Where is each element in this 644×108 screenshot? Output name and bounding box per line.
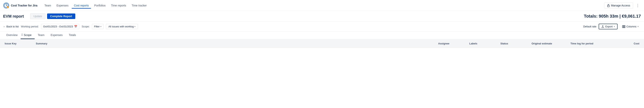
filter-row-right: Default rate Export ▾ Columns ▾ <box>583 24 641 29</box>
totals-display: Totals: 905h 33m | €9,061.17 <box>584 14 641 19</box>
columns-icon <box>622 25 625 28</box>
app-logo[interactable]: $ Cost Tracker for Jira <box>3 2 37 9</box>
columns-chevron-icon: ▾ <box>638 25 638 28</box>
date-range-picker[interactable]: Oct/01/2023 - Oct/31/2023 📅 <box>41 24 80 29</box>
top-navigation: $ Cost Tracker for Jira Team Expenses Co… <box>0 0 644 11</box>
date-range-value: Oct/01/2023 - Oct/31/2023 <box>43 25 73 28</box>
nav-link-time-tracker[interactable]: Time tracker <box>130 2 149 9</box>
th-time-log[interactable]: Time log for period <box>569 41 618 46</box>
back-to-list-link[interactable]: ← Back to list <box>3 25 19 28</box>
complete-report-button[interactable]: Complete Report <box>47 14 75 19</box>
nav-right: Manage Access ⋮ <box>604 2 641 9</box>
three-dots-icon: ⋮ <box>636 3 640 8</box>
update-button[interactable]: Update <box>30 13 46 19</box>
manage-access-button[interactable]: Manage Access <box>604 3 633 8</box>
chevron-down-icon: ▾ <box>100 25 101 28</box>
arrow-left-icon: ← <box>3 25 6 28</box>
export-chevron-icon: ▾ <box>614 25 615 28</box>
nav-link-expenses[interactable]: Expenses <box>54 2 71 9</box>
export-label: Export <box>605 25 613 28</box>
tabs-row: ↓ Overview Scope Team Expenses Totals <box>0 31 644 39</box>
svg-rect-9 <box>624 25 625 28</box>
nav-link-time-reports[interactable]: Time reports <box>109 2 128 9</box>
svg-rect-8 <box>624 25 624 28</box>
issues-value: All issues with worklog <box>108 25 134 28</box>
subheader: EVM report Update Complete Report Totals… <box>0 11 644 22</box>
worklog-period-label: Worklog period: <box>21 25 39 28</box>
default-rate-label: Default rate <box>583 25 596 28</box>
scope-label: Scope: <box>82 25 90 28</box>
th-status[interactable]: Status <box>499 41 530 46</box>
nav-link-portfolios[interactable]: Portfolios <box>92 2 108 9</box>
back-to-list-label: Back to list <box>6 25 19 28</box>
calendar-icon: 📅 <box>74 25 77 28</box>
scope-dropdown[interactable]: Filter ▾ <box>92 24 104 29</box>
tab-expenses[interactable]: Expenses <box>48 31 66 39</box>
arrow-indicator: ↓ <box>21 32 23 36</box>
tab-overview[interactable]: Overview <box>3 31 20 39</box>
th-issue-key[interactable]: Issue Key <box>3 41 34 46</box>
scope-value: Filter <box>94 25 100 28</box>
svg-rect-6 <box>608 5 609 7</box>
th-assignee[interactable]: Assignee <box>436 41 468 46</box>
th-labels[interactable]: Labels <box>468 41 499 46</box>
columns-button[interactable]: Columns ▾ <box>620 24 641 29</box>
subheader-buttons: Update Complete Report <box>30 13 75 19</box>
export-button[interactable]: Export ▾ <box>599 24 618 29</box>
th-original-estimate[interactable]: Original estimate <box>530 41 569 46</box>
svg-text:$: $ <box>8 7 8 8</box>
filter-row: ← Back to list Worklog period: Oct/01/20… <box>0 22 644 31</box>
issues-dropdown[interactable]: All issues with worklog ▾ <box>106 24 138 29</box>
columns-label: Columns <box>626 25 636 28</box>
more-options-button[interactable]: ⋮ <box>635 2 641 9</box>
nav-links: Team Expenses Cost reports Portfolios Ti… <box>42 2 604 9</box>
report-title: EVM report <box>3 14 24 19</box>
lock-icon <box>607 4 610 7</box>
app-name: Cost Tracker for Jira <box>11 4 37 7</box>
nav-link-cost-reports[interactable]: Cost reports <box>72 2 91 9</box>
manage-access-label: Manage Access <box>611 4 630 7</box>
chevron-down-icon: ▾ <box>134 25 136 28</box>
th-summary[interactable]: Summary <box>34 41 436 46</box>
svg-rect-7 <box>622 25 623 28</box>
app-logo-icon: $ <box>3 2 9 9</box>
tab-team[interactable]: Team <box>35 31 48 39</box>
table-header: Issue Key Summary Assignee Labels Status… <box>0 39 644 48</box>
th-cost[interactable]: Cost <box>618 41 641 46</box>
nav-link-team[interactable]: Team <box>42 2 53 9</box>
tab-totals[interactable]: Totals <box>66 31 79 39</box>
export-icon <box>602 25 604 28</box>
